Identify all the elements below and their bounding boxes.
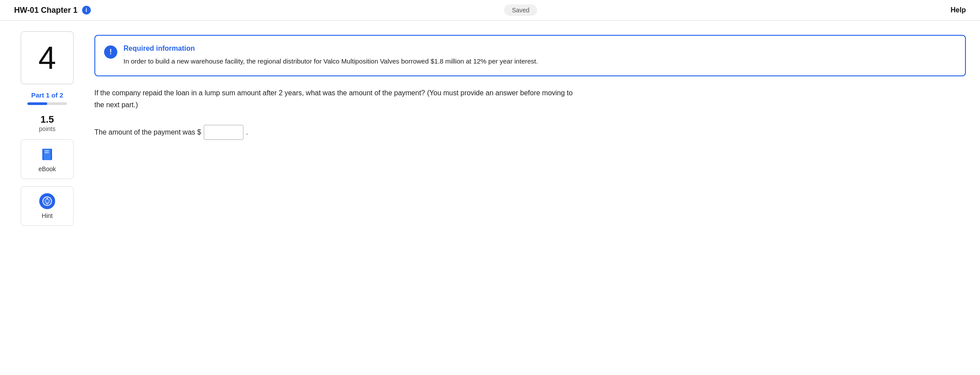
payment-amount-input[interactable]: [204, 125, 243, 140]
page-header: HW-01 Chapter 1 i Saved Help: [0, 0, 980, 21]
required-info-text: Required information In order to build a…: [123, 45, 538, 67]
part-progress-fill: [27, 102, 47, 105]
points-section: 1.5 points: [39, 114, 55, 132]
required-info-heading: Required information: [123, 45, 538, 52]
ebook-tool[interactable]: eBook: [21, 139, 74, 179]
ebook-icon: [39, 146, 56, 163]
hint-icon: [39, 193, 56, 210]
answer-suffix: .: [246, 128, 248, 136]
answer-prefix: The amount of the payment was $: [94, 128, 201, 136]
svg-rect-2: [45, 150, 49, 151]
info-icon[interactable]: i: [82, 6, 91, 15]
saved-badge: Saved: [504, 4, 538, 16]
svg-rect-3: [45, 152, 49, 153]
part-label-prefix: Part: [31, 91, 46, 99]
ebook-label: eBook: [38, 165, 56, 172]
header-left: HW-01 Chapter 1 i: [14, 6, 91, 15]
question-number: 4: [38, 42, 56, 74]
main-layout: 4 Part 1 of 2 1.5 points: [0, 21, 980, 371]
points-label: points: [39, 125, 55, 132]
main-content: ! Required information In order to build…: [94, 31, 966, 361]
required-info-body: In order to build a new warehouse facili…: [123, 56, 538, 67]
part-progress-bar: [27, 102, 67, 105]
hint-tool[interactable]: Hint: [21, 186, 74, 226]
part-label: Part 1 of 2: [31, 91, 64, 99]
exclamation-icon: !: [104, 45, 117, 59]
points-value: 1.5: [39, 114, 55, 125]
help-link[interactable]: Help: [950, 6, 966, 14]
part-label-suffix: of 2: [49, 91, 63, 99]
answer-line: The amount of the payment was $ .: [94, 125, 966, 140]
svg-rect-1: [44, 149, 51, 160]
hint-label: Hint: [42, 212, 53, 219]
required-info-box: ! Required information In order to build…: [94, 35, 966, 76]
question-number-box: 4: [21, 31, 74, 84]
part-section: Part 1 of 2: [27, 91, 67, 105]
page-title: HW-01 Chapter 1: [14, 6, 78, 15]
question-text: If the company repaid the loan in a lump…: [94, 87, 580, 111]
sidebar: 4 Part 1 of 2 1.5 points: [14, 31, 80, 361]
